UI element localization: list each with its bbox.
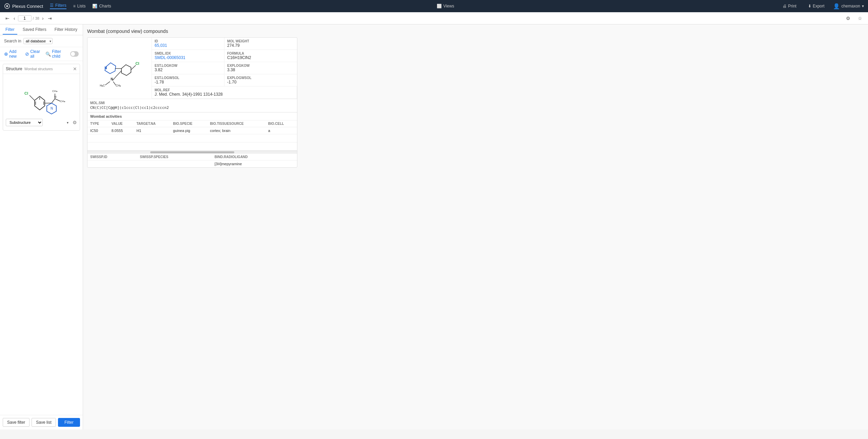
svg-marker-19: [121, 65, 131, 76]
filter-child-icon: 🔍: [45, 52, 51, 57]
tab-filter-history[interactable]: Filter History: [52, 25, 80, 35]
compound-card: N Cl N H: [87, 37, 297, 168]
horizontal-scrollbar[interactable]: [87, 151, 297, 153]
swissp-radioligand-value: [3H]mepyramine: [212, 160, 297, 168]
search-in-select[interactable]: all database: [23, 38, 53, 44]
toggle-switch[interactable]: [70, 51, 79, 57]
page-separator: /: [33, 16, 34, 20]
app-logo-icon: [4, 3, 10, 9]
col-bind-radioligand: BIND.RADIOLIGAND: [212, 154, 297, 160]
search-in-row: Search in all database: [0, 35, 83, 47]
activity-bio-tissuesource: cortex; brain: [207, 127, 265, 134]
user-avatar-icon: 👤: [833, 3, 840, 9]
svg-text:N: N: [54, 95, 57, 98]
prop-mol-weight-label: Mol Weight: [227, 39, 294, 43]
toolbar-left: ⇤ ‹ 1 / 38 › ⇥: [4, 15, 53, 22]
activities-title: Wombat activities: [87, 113, 297, 120]
page-nav-first[interactable]: ⇤: [4, 15, 11, 22]
app-logo: Plexus Connect: [4, 3, 43, 9]
star-icon-btn[interactable]: ☆: [856, 15, 864, 22]
svg-line-20: [131, 65, 136, 70]
svg-line-22: [116, 71, 121, 76]
toolbar-right: ⚙ ☆: [844, 15, 864, 22]
filter-card-title: Structure: [6, 66, 22, 71]
user-menu[interactable]: 👤 chemaxon ▾: [833, 3, 864, 9]
col-swissp-species: SWISSP.SPECIES: [137, 154, 212, 160]
activity-empty-row-2: [87, 142, 297, 151]
page-nav-next[interactable]: ›: [41, 15, 45, 22]
settings-icon-btn[interactable]: ⚙: [844, 15, 852, 22]
views-button[interactable]: ⬜ Views: [437, 4, 454, 8]
add-new-button[interactable]: ⊕ Add new: [4, 49, 22, 59]
filter-card: Structure Wombat structures ✕: [3, 64, 80, 131]
content-title: Wombat (compound view) compounds: [87, 28, 864, 34]
print-button[interactable]: 🖨 Print: [780, 2, 800, 10]
page-number-input[interactable]: 1: [18, 15, 32, 21]
compound-structure: N Cl N H: [87, 38, 152, 99]
prop-smdl-idx: SMDL.IDX SMDL-00065031: [152, 50, 224, 62]
prop-formula-value: C16H19ClN2: [227, 55, 294, 60]
prop-exp-logkow-label: EXPLOGKOW: [227, 64, 294, 68]
prop-exp-logkow-value: 3.38: [227, 68, 294, 72]
tab-filter[interactable]: Filter: [3, 25, 17, 35]
filter-settings-icon[interactable]: ⚙: [73, 120, 77, 125]
nav-lists[interactable]: ≡ Lists: [73, 4, 86, 8]
prop-mol-weight: Mol Weight 274.79: [224, 38, 297, 50]
filter-card-close-icon[interactable]: ✕: [73, 66, 77, 72]
scroll-thumb[interactable]: [150, 151, 234, 153]
clear-all-button[interactable]: ⊘ Clear all: [25, 49, 42, 59]
svg-text:N: N: [51, 107, 53, 110]
nav-filters[interactable]: ☰ Filters: [50, 3, 66, 9]
svg-text:CH₃: CH₃: [116, 84, 121, 87]
search-in-label: Search in: [4, 39, 21, 43]
save-list-button[interactable]: Save list: [32, 418, 56, 427]
swissp-table: SWISSP.ID SWISSP.SPECIES BIND.RADIOLIGAN…: [87, 154, 297, 167]
filter-child-button[interactable]: 🔍 Filter child: [45, 49, 66, 59]
molecule-canvas: Cl N CH₃ CH₃ N: [6, 77, 77, 117]
svg-text:N: N: [111, 77, 113, 81]
filter-card-header: Structure Wombat structures ✕: [3, 64, 80, 74]
prop-exp-logwsol: EXPLOGWSOL -1.70: [224, 74, 297, 87]
tab-saved-filters[interactable]: Saved Filters: [20, 25, 49, 35]
page-nav-prev[interactable]: ‹: [12, 15, 17, 22]
swissp-section: SWISSP.ID SWISSP.SPECIES BIND.RADIOLIGAN…: [87, 153, 297, 167]
prop-id-label: ID: [155, 39, 221, 43]
col-type: TYPE: [87, 120, 109, 127]
page-nav-last[interactable]: ⇥: [46, 15, 53, 22]
prop-exp-logwsol-label: EXPLOGWSOL: [227, 76, 294, 80]
export-button[interactable]: ⬇ Export: [805, 2, 828, 10]
prop-est-logkow: EST.LOGKOW 3.82: [152, 62, 224, 74]
filter-type-select-wrapper[interactable]: Substructure Similarity Exact: [6, 119, 70, 126]
svg-text:Cl: Cl: [135, 61, 139, 65]
mol-smi-value: CN(C)CC[C@@H](c1ccc(Cl)cc1)c2ccccn2: [90, 106, 294, 110]
search-in-select-wrapper[interactable]: all database: [23, 38, 53, 44]
swissp-species-value: [137, 160, 212, 168]
activity-bio-specie: guinea pig: [170, 127, 207, 134]
nav-charts[interactable]: 📊 Charts: [92, 4, 111, 8]
compound-structure-svg: N Cl N H: [91, 46, 148, 90]
lists-icon: ≡: [73, 4, 76, 8]
filter-button[interactable]: Filter: [58, 418, 80, 427]
prop-exp-logwsol-value: -1.70: [227, 80, 294, 84]
activities-header-row: TYPE VALUE TARGET.NA BIO.SPECIE BIO.TISS…: [87, 120, 297, 127]
left-panel: Filter Saved Filters Filter History Sear…: [0, 24, 83, 430]
swissp-header-row: SWISSP.ID SWISSP.SPECIES BIND.RADIOLIGAN…: [87, 154, 297, 160]
swissp-id-value: [87, 160, 137, 168]
prop-est-logwsol-value: -1.78: [155, 80, 221, 84]
col-bio-tissuesource: BIO.TISSUESOURCE: [207, 120, 265, 127]
prop-est-logkow-value: 3.82: [155, 68, 221, 72]
activity-value: 8.0555: [109, 127, 134, 134]
activity-row: IC50 8.0555 H1 guinea pig cortex; brain …: [87, 127, 297, 134]
filter-actions: ⊕ Add new ⊘ Clear all 🔍 Filter child: [0, 47, 83, 61]
svg-text:N: N: [104, 66, 107, 70]
prop-mol-ref-label: MOL.REF: [155, 88, 294, 92]
prop-exp-logkow: EXPLOGKOW 3.38: [224, 62, 297, 74]
main-layout: Filter Saved Filters Filter History Sear…: [0, 24, 868, 430]
save-filter-button[interactable]: Save filter: [3, 418, 29, 427]
clear-icon: ⊘: [25, 51, 29, 57]
prop-est-logwsol-label: EST.LOGWSOL: [155, 76, 221, 80]
app-name: Plexus Connect: [12, 4, 43, 9]
svg-line-5: [29, 95, 35, 100]
prop-est-logkow-label: EST.LOGKOW: [155, 64, 221, 68]
filter-type-select[interactable]: Substructure Similarity Exact: [6, 119, 43, 126]
